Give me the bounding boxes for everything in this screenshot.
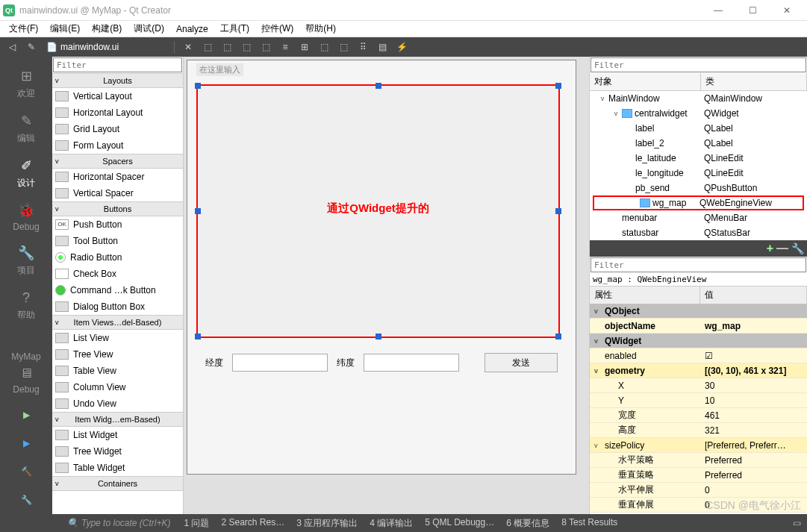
widget-item[interactable]: Vertical Spacer [52,185,183,201]
widget-category[interactable]: vItem Views…del-Based) [52,315,183,330]
property-row[interactable]: 水平策略Preferred [590,453,807,468]
property-row[interactable]: vsizePolicy[Preferred, Preferr… [590,438,807,453]
property-row[interactable]: 垂直策略Preferred [590,468,807,483]
widget-item[interactable]: Undo View [52,395,183,412]
remove-property-icon[interactable]: — [776,242,788,255]
property-filter[interactable] [591,257,806,272]
object-row[interactable]: vMainWindowQMainWindow [590,91,807,106]
object-row[interactable]: wg_mapQWebEngineView [593,195,804,210]
tool-button[interactable]: 🔧 [15,489,37,511]
minimize-button[interactable]: — [701,0,735,21]
break-layout-icon[interactable]: ≡ [276,39,294,55]
object-row[interactable]: le_latitudeQLineEdit [590,151,807,166]
widget-item[interactable]: Column View [52,379,183,395]
locator[interactable]: 🔍 Type to locate (Ctrl+K) [67,518,170,528]
widget-item[interactable]: Command …k Button [52,282,183,298]
widgetbox-filter[interactable] [53,57,182,72]
menu-item[interactable]: 构建(B) [86,21,128,37]
widget-item[interactable]: Table Widget [52,460,183,476]
widget-category[interactable]: vLayouts [52,73,183,88]
widget-item[interactable]: Check Box [52,266,183,282]
wrench-icon[interactable]: 🔧 [791,242,804,254]
adjust-size-icon[interactable]: ⊞ [296,39,314,55]
hsplit-icon[interactable]: ⬚ [315,39,333,55]
menu-item[interactable]: 文件(F) [3,21,44,37]
property-row[interactable]: vgeometry[(30, 10), 461 x 321] [590,363,807,378]
widget-item[interactable]: Form Layout [52,137,183,154]
add-property-icon[interactable]: + [767,242,773,255]
property-row[interactable]: X30 [590,378,807,393]
object-row[interactable]: statusbarQStatusBar [590,225,807,240]
widget-category[interactable]: vSpacers [52,154,183,169]
send-button[interactable]: 发送 [484,353,558,372]
status-tab[interactable]: 6 概要信息 [502,517,554,530]
menu-item[interactable]: 工具(T) [214,21,255,37]
property-row[interactable]: objectNamewg_map [590,319,807,334]
property-row[interactable]: 高度321 [590,423,807,438]
grid-dots-icon[interactable]: ⠿ [354,39,372,55]
property-table[interactable]: vQObjectobjectNamewg_mapvQWidgetenabled☑… [590,304,807,514]
input-longitude[interactable] [232,354,328,372]
mode-设计[interactable]: ✐设计 [4,151,49,195]
object-row[interactable]: vcentralwidgetQWidget [590,106,807,121]
widget-item[interactable]: Tree Widget [52,443,183,460]
widget-item[interactable]: Tree View [52,346,183,363]
menu-item[interactable]: 编辑(E) [44,21,86,37]
menu-item[interactable]: Analyze [170,22,214,36]
status-tab[interactable]: 4 编译输出 [365,517,417,530]
property-row[interactable]: 水平伸展0 [590,483,807,498]
status-tab[interactable]: 5 QML Debugg… [420,517,499,530]
back-button[interactable]: ◁ [3,39,21,55]
vsplit-icon[interactable]: ⬚ [334,39,352,55]
widget-category[interactable]: vItem Widg…em-Based) [52,412,183,427]
mode-帮助[interactable]: ?帮助 [4,283,49,328]
status-tab[interactable]: 3 应用程序输出 [292,517,362,530]
widget-item[interactable]: Vertical Layout [52,88,183,104]
widget-item[interactable]: Tool Button [52,233,183,249]
status-tab[interactable]: 2 Search Res… [217,517,290,530]
input-latitude[interactable] [364,354,459,372]
preview-icon[interactable]: ▤ [373,39,391,55]
mode-Debug[interactable]: 🐞Debug [4,195,49,238]
object-row[interactable]: label_2QLabel [590,136,807,151]
property-row[interactable]: vQWidget [590,334,807,348]
widget-item[interactable]: List View [52,330,183,346]
menu-item[interactable]: 调试(D) [128,21,170,37]
status-tab[interactable]: 8 Test Results [557,517,622,530]
widget-item[interactable]: Table View [52,363,183,379]
layout-grid-icon[interactable]: ⬚ [237,39,255,55]
widget-item[interactable]: OKPush Button [52,216,183,233]
edit-button[interactable]: ✎ [22,39,40,55]
widget-item[interactable]: List Widget [52,427,183,443]
status-tab[interactable]: 1 问题 [179,517,214,530]
layout-form-icon[interactable]: ⬚ [257,39,275,55]
close-file-icon[interactable]: ✕ [179,39,197,55]
form-window[interactable]: 在这里输入 通过QWidget提升的 经度 纬度 [187,60,576,475]
mode-项目[interactable]: 🔧项目 [4,238,49,283]
menu-item[interactable]: 帮助(H) [299,21,342,37]
signals-icon[interactable]: ⚡ [393,39,411,55]
property-row[interactable]: vQObject [590,304,807,319]
object-row[interactable]: labelQLabel [590,121,807,136]
run-debug-button[interactable]: ▶ [15,432,37,454]
widget-item[interactable]: Horizontal Spacer [52,169,183,185]
selected-widget-wg-map[interactable]: 通过QWidget提升的 [196,84,560,338]
object-tree[interactable]: vMainWindowQMainWindowvcentralwidgetQWid… [590,91,807,240]
mode-编辑[interactable]: ✎编辑 [4,106,49,151]
run-button[interactable]: ▶ [15,404,37,426]
object-row[interactable]: menubarQMenuBar [590,210,807,225]
widget-category[interactable]: vButtons [52,201,183,216]
maximize-button[interactable]: ☐ [735,0,770,21]
work-area[interactable]: 在这里输入 通过QWidget提升的 经度 纬度 [184,57,589,514]
property-row[interactable]: enabled☑ [590,348,807,363]
build-button[interactable]: 🔨 [15,460,37,483]
widget-category[interactable]: vContainers [52,476,183,491]
layout-v-icon[interactable]: ⬚ [218,39,236,55]
mode-欢迎[interactable]: ⊞欢迎 [4,61,49,106]
property-row[interactable]: 宽度461 [590,408,807,423]
widget-item[interactable]: Horizontal Layout [52,104,183,121]
object-row[interactable]: le_longitudeQLineEdit [590,166,807,181]
widget-item[interactable]: Radio Button [52,249,183,266]
widget-item[interactable]: Grid Layout [52,121,183,137]
property-row[interactable]: 垂直伸展0 [590,498,807,513]
